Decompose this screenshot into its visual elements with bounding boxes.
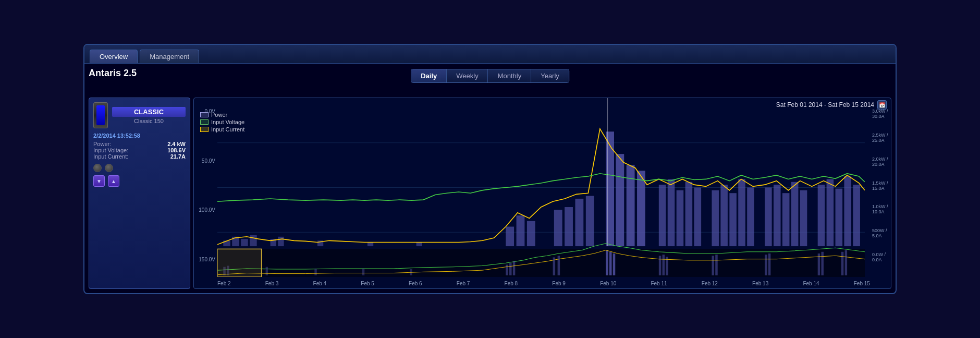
period-btn-monthly[interactable]: Monthly: [488, 69, 532, 82]
svg-rect-40: [836, 189, 843, 246]
svg-rect-33: [765, 188, 772, 247]
svg-rect-39: [827, 179, 834, 246]
svg-rect-17: [575, 199, 583, 246]
svg-rect-69: [845, 250, 848, 275]
svg-rect-31: [738, 179, 745, 246]
main-content: Antaris 2.5 CLASSIC Classic 150 2/2/2014…: [84, 64, 896, 293]
y-left-150: 150.0V: [199, 257, 215, 262]
svg-rect-14: [527, 221, 535, 246]
x-feb3: Feb 3: [265, 281, 279, 286]
svg-rect-10: [368, 243, 373, 247]
period-btn-weekly[interactable]: Weekly: [447, 69, 488, 82]
svg-rect-26: [685, 182, 693, 246]
tab-overview[interactable]: Overview: [90, 50, 138, 63]
stat-voltage: Input Voltage: 108.6V: [93, 147, 186, 153]
svg-rect-63: [715, 255, 718, 275]
svg-rect-19: [606, 131, 614, 246]
x-feb2: Feb 2: [217, 281, 231, 286]
y-axis-left: 150.0V 100.0V 50.0V 0.0V: [194, 108, 217, 262]
svg-rect-53: [513, 261, 516, 275]
x-feb10: Feb 10: [600, 281, 616, 286]
device-model: Classic 150: [112, 118, 186, 124]
current-value: 21.7A: [170, 153, 186, 160]
svg-rect-18: [586, 196, 594, 246]
y-right-15k: 1.5kW / 15.0A: [872, 180, 891, 191]
app-container: Overview Management Daily Weekly Monthly…: [83, 44, 897, 294]
svg-rect-20: [616, 154, 624, 246]
device-btn-1[interactable]: ▼: [93, 175, 105, 187]
device-timestamp: 2/2/2014 13:52:58: [93, 132, 186, 139]
device-name: CLASSIC: [112, 107, 186, 117]
svg-rect-5: [241, 239, 248, 246]
x-feb14: Feb 14: [803, 281, 819, 286]
x-feb6: Feb 6: [409, 281, 422, 286]
svg-rect-42: [853, 185, 860, 246]
y-left-50: 50.0V: [202, 158, 215, 164]
stat-power: Power: 2.4 kW: [93, 141, 186, 147]
x-feb5: Feb 5: [361, 281, 374, 286]
y-right-25k: 2.5kW / 25.0A: [872, 132, 891, 143]
device-icons-row: ▼ ▲: [93, 175, 186, 187]
svg-rect-23: [659, 185, 666, 246]
x-axis: Feb 2 Feb 3 Feb 4 Feb 5 Feb 6 Feb 7 Feb …: [217, 281, 870, 286]
x-feb11: Feb 11: [651, 281, 667, 286]
svg-rect-67: [821, 252, 824, 275]
svg-rect-60: [663, 255, 665, 275]
svg-rect-30: [729, 193, 737, 246]
svg-rect-58: [613, 254, 616, 275]
svg-rect-64: [765, 255, 767, 275]
svg-rect-41: [844, 176, 851, 246]
svg-rect-51: [506, 264, 508, 275]
device-icon-img: [93, 102, 108, 128]
svg-rect-47: [266, 267, 268, 275]
svg-rect-34: [774, 185, 781, 246]
x-feb15: Feb 15: [854, 281, 870, 286]
device-stats: Power: 2.4 kW Input Voltage: 108.6V Inpu…: [93, 141, 186, 160]
device-panel: CLASSIC Classic 150 2/2/2014 13:52:58 Po…: [89, 98, 190, 289]
svg-rect-15: [554, 210, 562, 246]
x-feb8: Feb 8: [505, 281, 518, 286]
power-value: 2.4 kW: [167, 141, 186, 147]
period-selector: Daily Weekly Monthly Yearly: [411, 69, 569, 83]
chart-svg: [217, 98, 865, 277]
period-btn-yearly[interactable]: Yearly: [531, 69, 569, 82]
svg-rect-25: [677, 190, 684, 246]
device-btn-2[interactable]: ▲: [108, 175, 119, 187]
svg-rect-11: [416, 243, 422, 247]
y-right-500: 500W / 5.0A: [872, 228, 891, 238]
svg-rect-35: [782, 193, 790, 246]
chart-area: CLASSIC Classic 150 2/2/2014 13:52:58 Po…: [89, 98, 891, 289]
period-btn-daily[interactable]: Daily: [411, 69, 447, 82]
svg-rect-48: [314, 269, 317, 275]
voltage-label: Input Voltage:: [93, 147, 128, 153]
y-left-100: 100.0V: [199, 207, 215, 213]
y-right-0: 0.0W / 0.0A: [872, 252, 891, 262]
svg-rect-12: [506, 227, 514, 247]
svg-rect-55: [558, 256, 560, 275]
svg-rect-24: [668, 179, 675, 246]
svg-rect-36: [791, 182, 799, 246]
svg-rect-44: [217, 249, 865, 277]
svg-rect-37: [800, 190, 807, 246]
control-dot-1[interactable]: [93, 164, 102, 172]
y-right-3k: 3.0kW / 30.0A: [872, 108, 891, 119]
chart-wrapper: Sat Feb 01 2014 - Sat Feb 15 2014 📅 Powe…: [193, 98, 891, 289]
svg-rect-6: [250, 235, 257, 246]
svg-rect-49: [362, 269, 365, 275]
x-feb9: Feb 9: [552, 281, 566, 286]
svg-rect-57: [609, 252, 612, 275]
svg-rect-8: [278, 237, 284, 246]
svg-rect-59: [659, 256, 662, 275]
power-label: Power:: [93, 141, 111, 147]
svg-rect-68: [841, 252, 844, 275]
svg-rect-32: [747, 188, 754, 247]
svg-rect-62: [712, 256, 714, 275]
svg-rect-22: [637, 171, 645, 246]
tab-management[interactable]: Management: [140, 50, 199, 63]
y-right-1k: 1.0kW / 10.0A: [872, 204, 891, 214]
x-feb12: Feb 12: [702, 281, 718, 286]
stat-current: Input Current: 21.7A: [93, 153, 186, 160]
svg-rect-21: [627, 165, 635, 246]
control-dot-2[interactable]: [105, 164, 113, 172]
current-label: Input Current:: [93, 153, 128, 160]
